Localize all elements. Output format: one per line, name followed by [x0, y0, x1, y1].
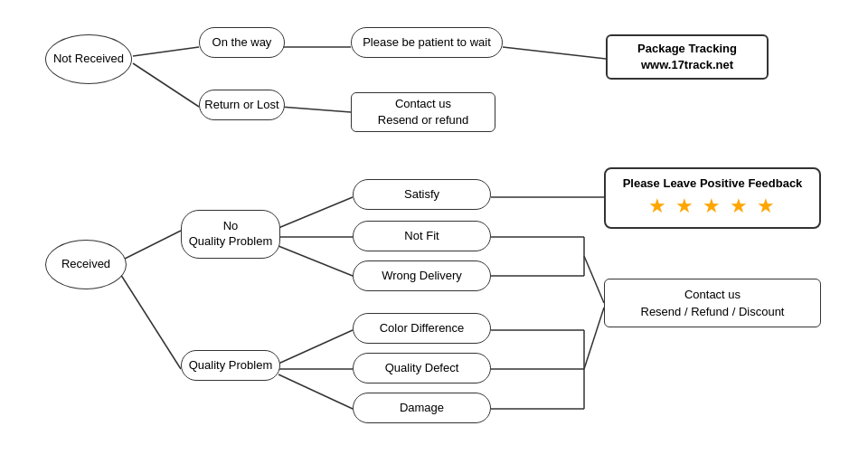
svg-line-4: [503, 47, 606, 59]
please-be-patient-node: Please be patient to wait: [351, 27, 503, 58]
svg-line-9: [278, 246, 353, 276]
please-leave-feedback-node: Please Leave Positive Feedback ★ ★ ★ ★ ★: [604, 167, 821, 229]
svg-line-10: [278, 330, 353, 364]
package-tracking-node: Package Trackingwww.17track.net: [606, 34, 769, 80]
feedback-text: Please Leave Positive Feedback: [623, 176, 803, 192]
contact-us-resend-refund-node: Contact usResend or refund: [351, 92, 495, 132]
stars-display: ★ ★ ★ ★ ★: [648, 194, 777, 220]
quality-problem-node: Quality Problem: [181, 350, 280, 381]
color-difference-node: Color Difference: [353, 313, 491, 344]
svg-line-1: [133, 63, 199, 107]
quality-defect-node: Quality Defect: [353, 353, 491, 384]
svg-line-3: [280, 107, 351, 112]
svg-line-17: [584, 256, 604, 303]
damage-node: Damage: [353, 393, 491, 423]
return-or-lost-node: Return or Lost: [199, 90, 285, 120]
received-node: Received: [45, 240, 127, 289]
contact-us-label: Contact us: [684, 286, 741, 304]
not-fit-node: Not Fit: [353, 221, 491, 251]
svg-line-7: [278, 197, 353, 228]
svg-line-0: [133, 47, 199, 56]
satisfy-node: Satisfy: [353, 179, 491, 210]
not-received-node: Not Received: [45, 34, 132, 84]
on-the-way-node: On the way: [199, 27, 285, 58]
svg-line-22: [584, 308, 604, 369]
contact-us-resend-refund-discount-node: Contact us Resend / Refund / Discount: [604, 279, 821, 327]
svg-line-12: [278, 374, 353, 409]
flowchart-diagram: Not Received On the way Return or Lost P…: [0, 0, 868, 464]
resend-refund-discount-label: Resend / Refund / Discount: [641, 303, 785, 321]
svg-line-5: [118, 231, 181, 262]
svg-line-6: [118, 270, 181, 369]
wrong-delivery-node: Wrong Delivery: [353, 260, 491, 291]
no-quality-problem-node: NoQuality Problem: [181, 210, 280, 259]
